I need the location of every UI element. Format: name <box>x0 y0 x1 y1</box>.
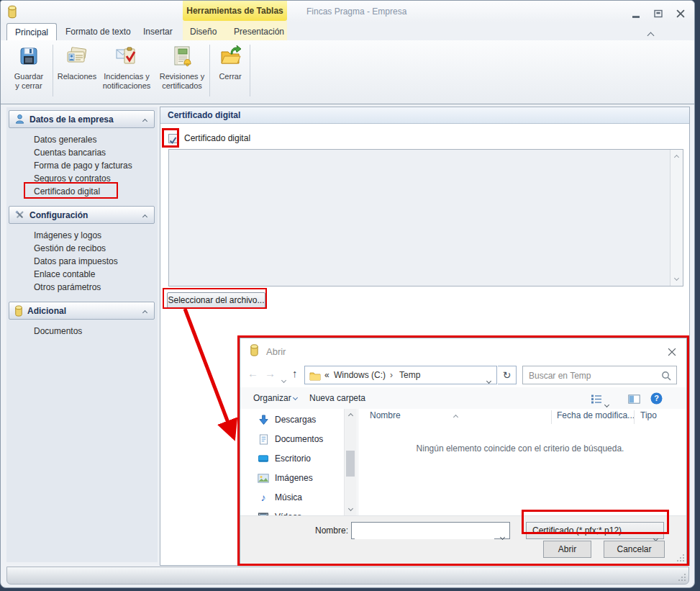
file-name-label: Nombre: <box>314 525 348 536</box>
scroll-down-icon[interactable] <box>345 504 356 515</box>
column-header-nombre[interactable]: Nombre <box>370 410 401 420</box>
up-icon[interactable]: ↑ <box>292 367 298 379</box>
empty-list-message: Ningún elemento coincide con el criterio… <box>358 443 682 454</box>
app-icon <box>7 5 17 22</box>
sidebar-item-datos-generales[interactable]: Datos generales <box>6 133 155 146</box>
back-icon[interactable]: ← <box>247 367 258 379</box>
search-input[interactable] <box>527 367 660 384</box>
scroll-up-icon[interactable] <box>345 409 356 420</box>
search-box[interactable] <box>522 366 677 384</box>
vertical-scrollbar[interactable] <box>670 150 683 286</box>
cancel-button[interactable]: Cancelar <box>604 541 665 558</box>
cerrar-button[interactable]: Cerrar <box>214 45 247 99</box>
help-icon[interactable]: ? <box>650 392 663 407</box>
relaciones-button[interactable]: Relaciones <box>57 45 97 99</box>
collapse-chevron-icon[interactable] <box>143 304 147 317</box>
column-header-tipo[interactable]: Tipo <box>640 410 657 420</box>
revisiones-y-certificados-button[interactable]: Revisiones ycertificados <box>158 45 206 99</box>
refresh-button[interactable]: ↻ <box>498 366 517 384</box>
column-separator[interactable] <box>551 410 552 424</box>
nav-item-imagenes[interactable]: Imágenes <box>240 469 344 487</box>
sidebar-group-datos-de-la-empresa[interactable]: Datos de la empresa <box>9 110 155 128</box>
sidebar-item-enlace-contable[interactable]: Enlace contable <box>6 268 155 281</box>
tab-diseno[interactable]: Diseño <box>190 27 217 37</box>
list-view-icon[interactable] <box>591 394 602 407</box>
resize-grip[interactable] <box>678 574 686 581</box>
sidebar-item-datos-impuestos[interactable]: Datos para impuestos <box>6 255 155 268</box>
ribbon-separator <box>209 45 210 96</box>
scroll-down-icon[interactable] <box>671 274 683 285</box>
collapse-chevron-icon[interactable] <box>143 113 147 126</box>
sidebar-group-adicional[interactable]: Adicional <box>9 302 155 320</box>
breadcrumb-drive[interactable]: Windows (C:) <box>334 370 386 380</box>
scroll-up-icon[interactable] <box>671 150 683 162</box>
scrollbar-thumb[interactable] <box>346 451 355 477</box>
close-button[interactable] <box>673 8 688 19</box>
tree-scrollbar[interactable] <box>344 409 357 515</box>
view-dropdown-chevron-icon[interactable] <box>605 397 609 410</box>
nav-item-documentos[interactable]: Documentos <box>240 430 344 448</box>
file-name-input[interactable] <box>355 523 494 539</box>
nav-item-videos[interactable]: Vídeos <box>240 507 344 515</box>
file-type-value: Certificado (*.pfx;*.p12) <box>532 525 622 536</box>
recent-locations-chevron-icon[interactable] <box>282 372 286 385</box>
incidencias-y-notificaciones-button[interactable]: Incidencias ynotificaciones <box>97 45 156 99</box>
open-file-dialog: Abrir ← → ↑ « Windows (C:) › Temp ↻ <box>237 335 689 566</box>
ribbon-separator <box>53 45 53 96</box>
tab-presentacion[interactable]: Presentación <box>234 27 284 37</box>
organizar-button[interactable]: Organizar <box>253 393 297 403</box>
nav-item-musica[interactable]: ♪ Música <box>240 488 344 507</box>
file-type-combo[interactable]: Certificado (*.pfx;*.p12) <box>526 522 664 539</box>
collapse-ribbon-chevron-icon[interactable] <box>648 28 653 41</box>
dialog-close-icon[interactable] <box>668 346 676 359</box>
tab-formato-de-texto[interactable]: Formato de texto <box>65 27 131 37</box>
dialog-resize-grip[interactable] <box>677 554 684 561</box>
minimize-button[interactable] <box>628 8 644 19</box>
name-dropdown-chevron-icon[interactable] <box>501 529 504 542</box>
window-title: Fincas Pragma - Empresa <box>306 6 406 17</box>
certificado-digital-checkbox[interactable] <box>168 134 178 143</box>
column-header-fecha[interactable]: Fecha de modifica... <box>557 410 635 420</box>
forward-icon[interactable]: → <box>265 367 276 379</box>
tab-principal[interactable]: Principal <box>6 23 57 41</box>
nueva-carpeta-button[interactable]: Nueva carpeta <box>309 393 365 403</box>
document-icon <box>258 434 269 445</box>
tab-insertar[interactable]: Insertar <box>143 27 173 37</box>
sidebar-item-certificado-digital[interactable]: Certificado digital <box>6 185 155 198</box>
sidebar-item-otros-parametros[interactable]: Otros parámetros <box>6 281 155 294</box>
content-header: Certificado digital <box>160 107 689 124</box>
relations-icon <box>65 58 88 70</box>
tools-icon <box>14 209 25 220</box>
breadcrumb-folder[interactable]: Temp <box>399 370 420 380</box>
dialog-footer: Nombre: Certificado (*.pfx;*.p12) Abrir … <box>240 515 686 564</box>
guardar-y-cerrar-button[interactable]: Guardary cerrar <box>9 45 48 99</box>
title-bar: Fincas Pragma - Empresa <box>1 1 694 22</box>
dialog-navigation-row: ← → ↑ « Windows (C:) › Temp ↻ <box>240 363 686 387</box>
address-dropdown-chevron-icon[interactable] <box>487 373 491 386</box>
column-separator[interactable] <box>634 410 635 424</box>
sidebar-item-seguros-contratos[interactable]: Seguros y contratos <box>6 172 155 185</box>
breadcrumb-prefix[interactable]: « <box>324 370 329 380</box>
collapse-chevron-icon[interactable] <box>143 209 147 222</box>
check-icon <box>169 135 177 148</box>
database-cylinder-icon <box>14 305 23 317</box>
sidebar-item-documentos[interactable]: Documentos <box>6 325 155 338</box>
file-name-combo[interactable] <box>351 522 510 539</box>
organizar-chevron-icon <box>293 395 298 400</box>
address-bar[interactable]: « Windows (C:) › Temp <box>304 366 497 384</box>
pane-divider <box>358 409 358 515</box>
sidebar-group-configuracion[interactable]: Configuración <box>9 206 155 224</box>
seleccionar-del-archivo-button[interactable]: Seleccionar del archivo... <box>167 292 265 308</box>
pictures-icon <box>258 474 269 483</box>
open-button[interactable]: Abrir <box>543 541 591 558</box>
restore-button[interactable] <box>650 8 666 19</box>
sidebar-item-imagenes-logos[interactable]: Imágenes y logos <box>6 229 155 242</box>
preview-pane-icon[interactable] <box>628 394 640 407</box>
nav-item-descargas[interactable]: Descargas <box>240 410 344 429</box>
sidebar-item-cuentas-bancarias[interactable]: Cuentas bancarias <box>6 146 155 159</box>
sidebar-item-forma-de-pago[interactable]: Forma de pago y facturas <box>6 159 155 172</box>
sidebar-item-gestion-recibos[interactable]: Gestión de recibos <box>6 242 155 255</box>
music-icon: ♪ <box>258 492 269 503</box>
certificate-text-area[interactable] <box>168 149 683 287</box>
nav-item-escritorio[interactable]: Escritorio <box>240 449 344 468</box>
